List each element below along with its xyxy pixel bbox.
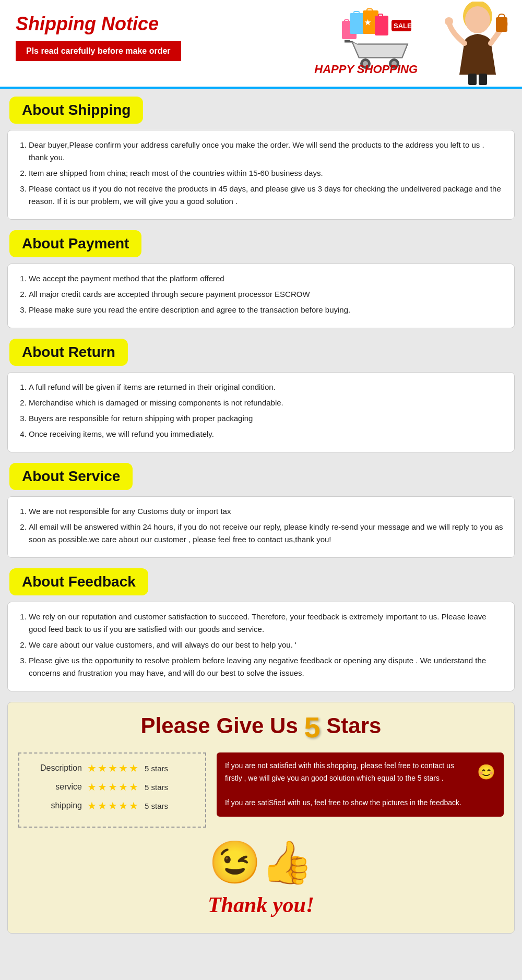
list-item: Item are shipped from china; reach most … bbox=[29, 167, 504, 180]
svg-text:★: ★ bbox=[364, 18, 371, 27]
feedback-list: We rely on our reputation and customer s… bbox=[18, 611, 504, 679]
service-stars: ★★★★★ bbox=[87, 781, 139, 793]
feedback-section: About Feedback We rely on our reputation… bbox=[5, 568, 517, 691]
list-item: Please give us the opportunity to resolv… bbox=[29, 654, 504, 679]
shipping-header: About Shipping bbox=[9, 97, 143, 124]
list-item: We are not responsible for any Customs d… bbox=[29, 505, 504, 518]
stars-info-text-1: If you are not satisfied with this shopp… bbox=[225, 760, 495, 785]
return-content: A full refund will be given if items are… bbox=[7, 372, 515, 452]
shipping-list: Dear buyer,Please confirm your address c… bbox=[18, 139, 504, 208]
list-item: We accept the payment method that the pl… bbox=[29, 272, 504, 285]
shipping-content: Dear buyer,Please confirm your address c… bbox=[7, 130, 515, 220]
description-stars: ★★★★★ bbox=[87, 762, 139, 774]
return-section: About Return A full refund will be given… bbox=[5, 339, 517, 452]
svg-rect-21 bbox=[479, 74, 487, 85]
svg-point-16 bbox=[465, 6, 490, 33]
wink-emoji: 😉👍 bbox=[18, 838, 504, 887]
page-header: Shipping Notice Pls read carefully befor… bbox=[0, 0, 522, 89]
feedback-header: About Feedback bbox=[9, 568, 148, 595]
svg-point-17 bbox=[445, 17, 453, 26]
shipping-rating-row: shipping ★★★★★ 5 stars bbox=[30, 799, 195, 812]
five-stars-section: Please Give Us 5 Stars Description ★★★★★… bbox=[7, 702, 515, 934]
thank-you-area: 😉👍 Thank you! bbox=[18, 828, 504, 923]
payment-title: About Payment bbox=[22, 235, 129, 252]
svg-rect-19 bbox=[496, 17, 507, 32]
list-item: Please make sure you read the entire des… bbox=[29, 304, 504, 316]
feedback-title: About Feedback bbox=[22, 573, 136, 590]
shipping-count: 5 stars bbox=[145, 802, 168, 810]
stars-info-text-2: If you are satiSfied with us, feel free … bbox=[225, 797, 495, 809]
service-rating-row: service ★★★★★ 5 stars bbox=[30, 781, 195, 793]
person-illustration bbox=[423, 0, 522, 89]
return-title: About Return bbox=[22, 344, 115, 360]
stars-title-prefix: Please Give Us bbox=[141, 713, 304, 738]
svg-rect-20 bbox=[468, 74, 477, 85]
shipping-stars: ★★★★★ bbox=[87, 799, 139, 812]
list-item: A full refund will be given if items are… bbox=[29, 381, 504, 393]
service-header: About Service bbox=[9, 463, 133, 490]
list-item: Merchandise which is damaged or missing … bbox=[29, 397, 504, 409]
smiley-icon: 😊 bbox=[477, 760, 495, 785]
payment-list: We accept the payment method that the pl… bbox=[18, 272, 504, 316]
stars-rating-table: Description ★★★★★ 5 stars service ★★★★★ … bbox=[18, 752, 206, 828]
service-section: About Service We are not responsible for… bbox=[5, 463, 517, 558]
service-title: About Service bbox=[22, 468, 120, 484]
stars-number: 5 bbox=[304, 711, 320, 744]
service-list: We are not responsible for any Customs d… bbox=[18, 505, 504, 546]
payment-section: About Payment We accept the payment meth… bbox=[5, 230, 517, 328]
list-item: All email will be answered within 24 hou… bbox=[29, 521, 504, 546]
svg-text:SALE: SALE bbox=[394, 22, 412, 30]
description-label: Description bbox=[30, 763, 82, 773]
feedback-content: We rely on our reputation and customer s… bbox=[7, 602, 515, 691]
payment-header: About Payment bbox=[9, 230, 141, 257]
service-label: service bbox=[30, 782, 82, 792]
header-subtitle: Pls read carefully before make order bbox=[16, 41, 181, 61]
description-count: 5 stars bbox=[145, 764, 168, 773]
list-item: Dear buyer,Please confirm your address c… bbox=[29, 139, 504, 164]
payment-content: We accept the payment method that the pl… bbox=[7, 264, 515, 328]
stars-title-suffix: Stars bbox=[321, 713, 382, 738]
page-content: About Shipping Dear buyer,Please confirm… bbox=[0, 89, 522, 947]
service-content: We are not responsible for any Customs d… bbox=[7, 496, 515, 558]
stars-info-box: 😊 If you are not satisfied with this sho… bbox=[217, 752, 504, 817]
return-header: About Return bbox=[9, 339, 128, 366]
list-item: All major credit cards are accepted thro… bbox=[29, 288, 504, 301]
list-item: We care about our value customers, and w… bbox=[29, 639, 504, 651]
happy-shopping-label: HAPPY SHOPPING bbox=[314, 63, 418, 76]
shipping-rating-label: shipping bbox=[30, 801, 82, 810]
list-item: Buyers are responsible for return shippi… bbox=[29, 412, 504, 425]
list-item: We rely on our reputation and customer s… bbox=[29, 611, 504, 636]
shipping-section: About Shipping Dear buyer,Please confirm… bbox=[5, 97, 517, 220]
stars-title: Please Give Us 5 Stars bbox=[18, 713, 504, 742]
thank-you-text: Thank you! bbox=[18, 892, 504, 917]
stars-content: Description ★★★★★ 5 stars service ★★★★★ … bbox=[18, 752, 504, 828]
shipping-title: About Shipping bbox=[22, 102, 130, 118]
return-list: A full refund will be given if items are… bbox=[18, 381, 504, 440]
service-count: 5 stars bbox=[145, 783, 168, 792]
svg-rect-6 bbox=[375, 16, 388, 35]
list-item: Please contact us if you do not receive … bbox=[29, 183, 504, 208]
list-item: Once receiving items, we will refund you… bbox=[29, 428, 504, 440]
description-rating-row: Description ★★★★★ 5 stars bbox=[30, 762, 195, 774]
